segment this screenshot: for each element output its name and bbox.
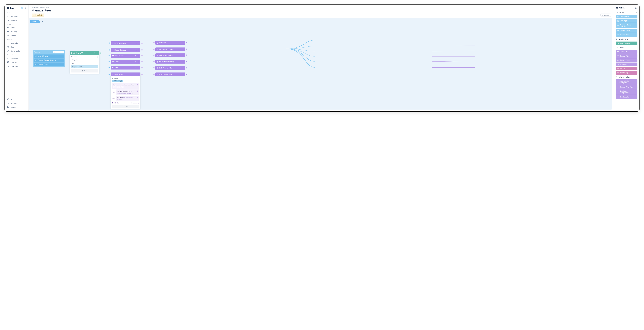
- filter-source[interactable]: Source: [110, 60, 140, 64]
- close-icon[interactable]: [635, 7, 637, 9]
- workflow-canvas[interactable]: Stage 1 + Triggers Run Workflow Interval…: [28, 18, 612, 110]
- rp-channel-filter[interactable]: Channel Filter: [616, 54, 638, 58]
- port-in[interactable]: [108, 42, 110, 44]
- sidebar-item-closed[interactable]: Closed: [5, 34, 28, 38]
- more-icon[interactable]: [182, 67, 184, 69]
- sidebar-item-signverify[interactable]: Sign & Verify: [5, 49, 28, 53]
- port-out[interactable]: [141, 67, 143, 68]
- port-out[interactable]: [186, 74, 188, 75]
- expand-icon[interactable]: [135, 49, 136, 51]
- policy-full[interactable]: Full Channel Policy: [155, 72, 185, 76]
- more-icon[interactable]: [182, 49, 184, 50]
- opt-all[interactable]: All: [71, 62, 98, 65]
- menu-icon[interactable]: [24, 7, 26, 9]
- save-button[interactable]: Save: [112, 105, 139, 108]
- collapse-icon[interactable]: −: [636, 38, 637, 40]
- rp-events-filter[interactable]: Events Filter: [616, 50, 638, 54]
- port-in[interactable]: [153, 61, 154, 62]
- expand-icon[interactable]: [135, 74, 136, 75]
- policy-expensive[interactable]: Expensive: [155, 41, 185, 45]
- rp-rebalance[interactable]: Rebalance: [616, 62, 638, 66]
- policy-sink[interactable]: Sink Channel Policy: [155, 66, 185, 70]
- port-in[interactable]: [153, 48, 154, 50]
- more-icon[interactable]: [182, 42, 184, 44]
- port-in[interactable]: [153, 74, 154, 75]
- more-icon[interactable]: [96, 52, 98, 54]
- trigger-row-balance[interactable]: Channel Balance Changes: [34, 58, 64, 62]
- port-in[interactable]: [108, 61, 110, 62]
- info-icon[interactable]: [96, 56, 98, 58]
- port-in[interactable]: [108, 67, 110, 68]
- add-stage-button[interactable]: +: [41, 20, 44, 23]
- run-workflow-button[interactable]: Run Workflow: [53, 51, 64, 53]
- port-in[interactable]: [108, 55, 110, 56]
- rp-policy-run[interactable]: Channel Policy Run: [616, 85, 638, 89]
- trigger-row-opens[interactable]: Channel Opens: [34, 62, 64, 66]
- datasource-card[interactable]: All Channel(s) Channels Triggering All T…: [70, 51, 100, 74]
- rp-channel-balance[interactable]: Channel Balance Changes: [616, 23, 638, 28]
- actions-button[interactable]: Actions: [600, 13, 611, 17]
- rp-add-tag[interactable]: Add Tag: [616, 67, 638, 70]
- globe-icon[interactable]: [21, 7, 23, 9]
- port-out[interactable]: [141, 49, 143, 51]
- port-out[interactable]: [186, 61, 188, 62]
- policy-source[interactable]: Source Channel Policy: [155, 60, 185, 64]
- add-filter-button[interactable]: Add filter: [112, 102, 120, 104]
- triggers-card[interactable]: Triggers Run Workflow Interval Trigger C…: [33, 50, 65, 67]
- stage-tab[interactable]: Stage 1: [30, 20, 39, 23]
- sidebar-item-invoices[interactable]: Invoices: [5, 60, 28, 64]
- port-out[interactable]: [141, 55, 143, 56]
- sidebar-item-summary[interactable]: Summary: [5, 14, 28, 18]
- port-in[interactable]: [153, 54, 154, 56]
- breadcrumb-workflows[interactable]: Workflows: [32, 6, 38, 8]
- app-logo[interactable]: Torq: [7, 7, 14, 9]
- more-icon[interactable]: [61, 64, 63, 65]
- more-icon[interactable]: [138, 61, 139, 63]
- expand-icon[interactable]: [180, 55, 181, 56]
- expand-icon[interactable]: [180, 67, 181, 69]
- more-icon[interactable]: [138, 43, 139, 44]
- rp-rebalance-run[interactable]: Rebalance Run: [616, 95, 638, 99]
- save-button[interactable]: Save: [71, 69, 98, 72]
- port-out[interactable]: [186, 67, 188, 68]
- rp-interval-trigger[interactable]: Interval Trigger: [616, 15, 638, 18]
- sidebar-item-help[interactable]: Help: [5, 97, 28, 101]
- rp-policy-config[interactable]: Channel Policy Configuration: [616, 79, 638, 85]
- collapse-icon[interactable]: −: [636, 47, 637, 49]
- expand-icon[interactable]: [180, 61, 181, 62]
- port-out[interactable]: [186, 42, 188, 43]
- port-in[interactable]: [153, 67, 154, 68]
- channels-chip[interactable]: All Channel(s): [112, 80, 123, 82]
- expand-icon[interactable]: [180, 74, 181, 75]
- opt-triggering-or-all[interactable]: Triggering or All: [71, 65, 98, 68]
- more-icon[interactable]: [182, 74, 184, 75]
- sidebar-item-payments[interactable]: Payments: [5, 56, 28, 60]
- more-icon[interactable]: [182, 55, 184, 56]
- rule-tags[interactable]: Tags don't contain Expensive Peer, sink,…: [112, 83, 139, 89]
- delete-rule-button[interactable]: [136, 84, 138, 86]
- sidebar-item-open[interactable]: Open: [5, 26, 28, 30]
- delete-rule-button[interactable]: [136, 97, 138, 99]
- more-icon[interactable]: [61, 60, 63, 61]
- rp-torq-channels[interactable]: Torq Channel(s): [616, 41, 638, 45]
- rule-balance[interactable]: Channel Balance (%) is greater than or e…: [116, 89, 139, 95]
- port-in[interactable]: [108, 74, 110, 75]
- sidebar-item-forwards[interactable]: Forwards: [5, 18, 28, 22]
- more-icon[interactable]: [182, 61, 184, 62]
- port-out[interactable]: [141, 42, 143, 44]
- expand-icon[interactable]: [94, 52, 96, 54]
- port-out[interactable]: [100, 52, 102, 54]
- sidebar-item-logout[interactable]: Logout: [5, 105, 28, 109]
- filter-sinks[interactable]: Sinks: [110, 66, 140, 69]
- rule-capacity[interactable]: Capacity is greater than or equal to 0: [116, 96, 139, 101]
- sidebar-item-onchain[interactable]: On-Chain: [5, 64, 28, 68]
- filter-drained[interactable]: Drained Channels: [110, 41, 140, 45]
- expand-icon[interactable]: [59, 55, 60, 57]
- sidebar-item-settings[interactable]: Settings: [5, 101, 28, 105]
- sidebar-item-pending[interactable]: Pending: [5, 30, 28, 34]
- expand-icon[interactable]: [180, 42, 181, 44]
- more-icon[interactable]: [138, 55, 139, 57]
- more-icon[interactable]: [138, 67, 139, 68]
- expand-icon[interactable]: [135, 43, 136, 44]
- expand-icon[interactable]: [135, 61, 136, 63]
